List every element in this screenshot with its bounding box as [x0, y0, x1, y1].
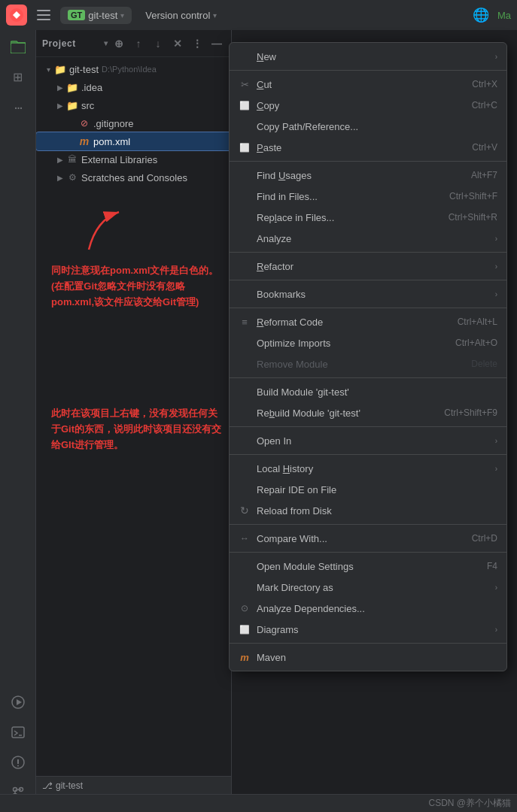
main-layout: ⊞ ···: [0, 30, 517, 812]
menu-item-open-in[interactable]: Open In ›: [230, 430, 506, 451]
project-selector[interactable]: GT git-test ▾: [60, 7, 132, 24]
separator-11: [230, 643, 506, 644]
paste-icon: ⬜: [239, 141, 251, 153]
menu-label-repair-ide: Repair IDE on File: [257, 484, 497, 495]
folder-src-icon: 📁: [66, 99, 78, 111]
menu-item-rebuild-module[interactable]: Rebuild Module 'git-test' Ctrl+Shift+F9: [230, 402, 506, 423]
reformat-shortcut: Ctrl+Alt+L: [458, 317, 497, 327]
menu-item-reformat[interactable]: ≡ Reformat Code Ctrl+Alt+L: [230, 311, 506, 332]
menu-item-replace-files[interactable]: Replace in Files... Ctrl+Shift+R: [230, 207, 506, 228]
menu-item-paste[interactable]: ⬜ Paste Ctrl+V: [230, 137, 506, 158]
annotation-text-1: 同时注意现在pom.xml文件是白色的。(在配置Git忽略文件时没有忽略pom.…: [51, 263, 228, 310]
menu-item-mark-directory[interactable]: Mark Directory as ›: [230, 577, 506, 598]
menu-label-refactor: Refactor: [257, 261, 489, 272]
menu-label-local-history: Local History: [257, 463, 489, 474]
menu-item-maven[interactable]: m Maven: [230, 647, 506, 668]
hamburger-menu[interactable]: [33, 5, 54, 26]
maven-pom-icon: m: [78, 135, 90, 147]
sidebar: Project ▾ ⊕ ↑ ↓ ✕ ⋮ — ▾ 📁 git-test D:\Py…: [36, 30, 232, 812]
menu-item-optimize[interactable]: Optimize Imports Ctrl+Alt+O: [230, 332, 506, 353]
svg-point-11: [17, 765, 19, 767]
reload-disk-icon: ↻: [239, 504, 251, 517]
sidebar-header: Project ▾ ⊕ ↑ ↓ ✕ ⋮ —: [36, 30, 231, 57]
menu-item-diagrams[interactable]: ⬜ Diagrams ›: [230, 619, 506, 640]
tree-arrow-src: ▶: [54, 99, 66, 111]
analyze-arrow-icon: ›: [495, 235, 497, 243]
navigate-down-icon[interactable]: ↓: [150, 35, 166, 52]
mark-directory-arrow-icon: ›: [495, 583, 497, 592]
menu-item-local-history[interactable]: Local History ›: [230, 458, 506, 479]
menu-label-find-usages: Find Usages: [257, 170, 465, 181]
local-history-icon: [239, 462, 251, 474]
menu-item-find-files[interactable]: Find in Files... Ctrl+Shift+F: [230, 186, 506, 207]
tree-item-gitignore[interactable]: ▶ ⊘ .gitignore: [36, 114, 231, 132]
tree-item-ext-libs[interactable]: ▶ 🏛 External Libraries: [36, 150, 231, 168]
menu-item-refactor[interactable]: Refactor ›: [230, 256, 506, 277]
folder-activity-icon[interactable]: [5, 33, 32, 60]
menu-label-maven: Maven: [257, 652, 497, 663]
menu-item-cut[interactable]: ✂ Cut Ctrl+X: [230, 74, 506, 95]
menu-item-reload-disk[interactable]: ↻ Reload from Disk: [230, 500, 506, 521]
replace-files-icon: [239, 211, 251, 223]
menu-item-analyze[interactable]: Analyze ›: [230, 228, 506, 249]
menu-item-remove-module[interactable]: Remove Module Delete: [230, 353, 506, 374]
optimize-shortcut: Ctrl+Alt+O: [455, 338, 497, 348]
menu-item-copy[interactable]: ⬜ Copy Ctrl+C: [230, 95, 506, 116]
tree-arrow-idea: ▶: [54, 81, 66, 93]
menu-item-find-usages[interactable]: Find Usages Alt+F7: [230, 165, 506, 186]
sidebar-title: Project: [42, 38, 101, 49]
maven-icon: m: [239, 651, 251, 663]
tree-item-pom[interactable]: ▶ m pom.xml: [36, 132, 231, 150]
status-bar: CSDN @养个小橘猫: [0, 794, 517, 812]
close-sidebar-icon[interactable]: ✕: [169, 35, 186, 52]
paste-shortcut: Ctrl+V: [472, 142, 497, 153]
menu-label-analyze: Analyze: [257, 233, 489, 244]
version-control-menu[interactable]: Version control ▾: [138, 7, 224, 24]
globe-icon[interactable]: 🌐: [470, 5, 491, 26]
menu-item-module-settings[interactable]: Open Module Settings F4: [230, 556, 506, 577]
more-activity-icon[interactable]: ···: [5, 93, 32, 120]
bookmarks-icon: [239, 288, 251, 300]
diagrams-arrow-icon: ›: [495, 626, 497, 634]
local-history-arrow-icon: ›: [495, 465, 497, 473]
menu-item-build-module[interactable]: Build Module 'git-test': [230, 381, 506, 402]
menu-item-analyze-deps[interactable]: ⊙ Analyze Dependencies...: [230, 598, 506, 619]
menu-item-bookmarks[interactable]: Bookmarks ›: [230, 283, 506, 304]
mark-directory-icon: [239, 581, 251, 593]
refactor-icon: [239, 260, 251, 272]
terminal-activity-icon[interactable]: [5, 719, 32, 746]
diagrams-icon: ⬜: [239, 623, 251, 635]
navigate-up-icon[interactable]: ↑: [130, 35, 147, 52]
separator-8: [230, 454, 506, 455]
copy-icon: ⬜: [239, 99, 251, 111]
tree-path-root: D:\Python\Idea: [102, 65, 157, 74]
tree-item-root[interactable]: ▾ 📁 git-test D:\Python\Idea: [36, 60, 231, 78]
menu-label-reformat: Reformat Code: [257, 317, 452, 328]
plugins-activity-icon[interactable]: ⊞: [5, 63, 32, 90]
project-dropdown-icon: ▾: [120, 11, 124, 20]
compare-with-icon: ↔: [239, 532, 251, 544]
copy-shortcut: Ctrl+C: [472, 100, 497, 111]
tree-item-src[interactable]: ▶ 📁 src: [36, 96, 231, 114]
menu-label-compare-with: Compare With...: [257, 533, 466, 544]
tree-item-idea[interactable]: ▶ 📁 .idea: [36, 78, 231, 96]
repair-ide-icon: [239, 483, 251, 495]
project-name: git-test: [88, 10, 117, 21]
cut-icon: ✂: [239, 78, 251, 90]
svg-rect-4: [11, 43, 26, 53]
menu-item-repair-ide[interactable]: Repair IDE on File: [230, 479, 506, 500]
tree-item-scratches[interactable]: ▶ ⚙ Scratches and Consoles: [36, 168, 231, 186]
menu-item-copy-path[interactable]: Copy Path/Reference...: [230, 116, 506, 137]
menu-item-new[interactable]: New ›: [230, 46, 506, 67]
problems-activity-icon[interactable]: [5, 749, 32, 776]
new-icon: [239, 50, 251, 62]
menu-label-new: New: [257, 51, 489, 62]
menu-label-rebuild-module: Rebuild Module 'git-test': [257, 408, 438, 419]
menu-item-compare-with[interactable]: ↔ Compare With... Ctrl+D: [230, 528, 506, 549]
run-activity-icon[interactable]: [5, 689, 32, 716]
add-content-icon[interactable]: ⊕: [111, 35, 127, 52]
title-bar: GT git-test ▾ Version control ▾ 🌐 Ma: [0, 0, 517, 30]
more-options-icon[interactable]: ⋮: [189, 35, 205, 52]
collapse-sidebar-icon[interactable]: —: [208, 35, 225, 52]
folder-icon: 📁: [54, 63, 66, 75]
